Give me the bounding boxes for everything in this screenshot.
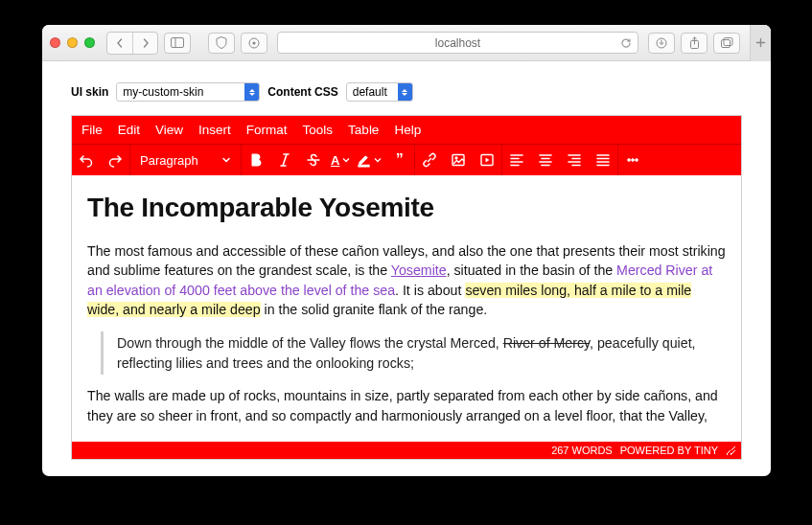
blockquote-button[interactable]: ” xyxy=(385,145,414,175)
privacy-report-button[interactable] xyxy=(208,33,235,54)
titlebar: localhost xyxy=(42,25,771,61)
strikethrough-button[interactable] xyxy=(299,145,328,175)
url-text: localhost xyxy=(435,36,480,50)
maximize-window-button[interactable] xyxy=(84,37,95,48)
menu-format[interactable]: Format xyxy=(246,123,288,137)
menu-help[interactable]: Help xyxy=(394,123,421,137)
content-css-label: Content CSS xyxy=(267,85,337,99)
ui-skin-value: my-custom-skin xyxy=(123,85,209,99)
menu-insert[interactable]: Insert xyxy=(198,123,231,137)
svg-rect-0 xyxy=(172,38,184,48)
select-stepper-icon xyxy=(398,83,412,101)
svg-rect-7 xyxy=(724,38,732,46)
bold-button[interactable] xyxy=(242,145,270,175)
undo-button[interactable] xyxy=(72,145,101,175)
tabs-button[interactable] xyxy=(713,33,740,54)
window-controls xyxy=(50,37,95,48)
redo-button[interactable] xyxy=(101,145,129,175)
content-css-value: default xyxy=(353,85,393,99)
statusbar: 267 WORDS POWERED BY TINY xyxy=(72,442,741,459)
menu-edit[interactable]: Edit xyxy=(118,123,140,137)
ui-skin-label: UI skin xyxy=(71,85,108,99)
powered-by[interactable]: POWERED BY TINY xyxy=(620,445,718,456)
menu-tools[interactable]: Tools xyxy=(303,123,334,137)
minimize-window-button[interactable] xyxy=(67,37,78,48)
svg-rect-6 xyxy=(721,40,730,48)
align-justify-button[interactable] xyxy=(589,145,617,175)
align-left-button[interactable] xyxy=(502,145,531,175)
chevron-down-icon xyxy=(221,155,231,165)
strikethrough-text: River of Mercy xyxy=(503,335,590,351)
blockquote: Down through the middle of the Valley fl… xyxy=(101,331,726,375)
word-count[interactable]: 267 WORDS xyxy=(551,445,613,456)
chevron-down-icon[interactable] xyxy=(371,156,384,164)
content-css-select[interactable]: default xyxy=(346,82,413,102)
block-format-value: Paragraph xyxy=(140,153,198,168)
downloads-button[interactable] xyxy=(648,33,675,54)
extension-button[interactable] xyxy=(241,33,267,54)
align-right-button[interactable] xyxy=(560,145,589,175)
forward-button[interactable] xyxy=(132,33,157,54)
svg-point-12 xyxy=(627,159,630,162)
browser-window: localhost UI skin my-custom-skin Content… xyxy=(42,25,771,476)
svg-point-14 xyxy=(635,159,638,162)
editor-content[interactable]: The Incomparable Yosemite The most famou… xyxy=(72,175,741,442)
sidebar-toggle-button[interactable] xyxy=(164,33,191,54)
align-center-button[interactable] xyxy=(531,145,560,175)
block-format-select[interactable]: Paragraph xyxy=(130,145,241,175)
nav-back-forward xyxy=(106,32,158,55)
ui-skin-select[interactable]: my-custom-skin xyxy=(116,82,260,102)
italic-button[interactable] xyxy=(270,145,299,175)
svg-point-10 xyxy=(455,157,457,159)
resize-handle-icon[interactable] xyxy=(726,445,735,455)
select-stepper-icon xyxy=(244,83,259,101)
config-row: UI skin my-custom-skin Content CSS defau… xyxy=(42,61,771,111)
back-button[interactable] xyxy=(107,33,132,54)
reload-icon[interactable] xyxy=(620,37,632,49)
media-button[interactable] xyxy=(473,145,501,175)
menu-view[interactable]: View xyxy=(155,123,183,137)
doc-title: The Incomparable Yosemite xyxy=(87,189,726,228)
svg-point-13 xyxy=(631,159,634,162)
svg-rect-8 xyxy=(359,165,369,167)
chevron-down-icon[interactable] xyxy=(339,156,353,164)
page: UI skin my-custom-skin Content CSS defau… xyxy=(42,61,771,476)
new-tab-button[interactable] xyxy=(750,25,771,61)
close-window-button[interactable] xyxy=(50,37,60,48)
menubar: FileEditViewInsertFormatToolsTableHelp xyxy=(72,116,741,145)
svg-point-3 xyxy=(252,41,255,44)
toolbar: Paragraph A ” xyxy=(72,145,741,175)
editor: FileEditViewInsertFormatToolsTableHelp P… xyxy=(71,115,742,460)
link-yosemite[interactable]: Yosemite xyxy=(391,262,447,278)
more-button[interactable] xyxy=(618,145,647,175)
text-color-button[interactable]: A xyxy=(328,145,357,175)
paragraph: The walls are made up of rocks, mountain… xyxy=(87,386,726,425)
paragraph: The most famous and accessible of these … xyxy=(87,241,726,320)
menu-file[interactable]: File xyxy=(81,123,103,137)
image-button[interactable] xyxy=(444,145,473,175)
address-bar[interactable]: localhost xyxy=(277,32,638,54)
link-button[interactable] xyxy=(415,145,444,175)
menu-table[interactable]: Table xyxy=(348,123,379,137)
highlight-color-button[interactable] xyxy=(357,145,385,175)
share-button[interactable] xyxy=(681,33,708,54)
